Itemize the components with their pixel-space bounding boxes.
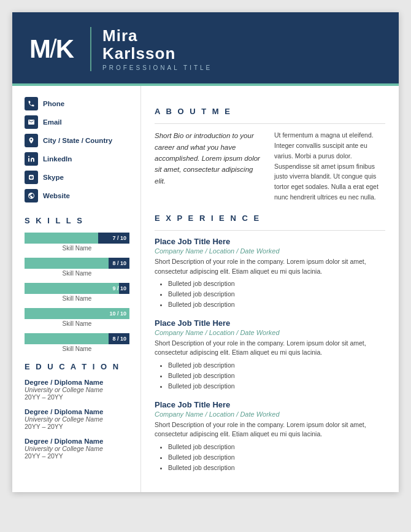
skill-score: 9 / 10 xyxy=(112,285,126,291)
experience-item: Place Job Title Here Company Name / Loca… xyxy=(155,318,385,391)
header-firstname: Mira xyxy=(102,27,212,45)
contact-skype: Skype xyxy=(25,171,129,184)
about-section: A B O U T M E Short Bio or introduction … xyxy=(155,107,385,202)
skill-bar-fill xyxy=(25,283,119,294)
header: M/K Mira Karlsson PROFESSIONAL TITLE xyxy=(12,12,399,83)
exp-description: Short Description of your role in the co… xyxy=(155,257,385,277)
skill-name: Skill Name xyxy=(25,345,129,352)
experience-item: Place Job Title Here Company Name / Loca… xyxy=(155,400,385,473)
company-info: Company Name / Location / Date Worked xyxy=(155,247,385,255)
linkedin-icon xyxy=(28,155,35,163)
logo-initials: M/K xyxy=(29,36,73,62)
bullet-item: Bulleted job description xyxy=(168,279,385,289)
phone-icon-box xyxy=(25,97,38,110)
edu-degree: Degree / Diploma Name xyxy=(25,408,129,415)
edu-school: University or College Name xyxy=(25,415,129,423)
main-content: Phone Email City / State / Country xyxy=(12,86,399,492)
contact-location: City / State / Country xyxy=(25,134,129,147)
bullet-item: Bulleted job description xyxy=(168,381,385,391)
phone-label: Phone xyxy=(43,100,64,107)
right-column: A B O U T M E Short Bio or introduction … xyxy=(141,86,399,492)
logo-box: M/K xyxy=(29,36,73,62)
first-name: Mira xyxy=(102,26,137,45)
email-icon xyxy=(28,118,35,126)
phone-icon xyxy=(28,100,35,107)
experience-list: Place Job Title Here Company Name / Loca… xyxy=(155,237,385,473)
edu-school: University or College Name xyxy=(25,386,129,393)
skill-name: Skill Name xyxy=(25,245,129,252)
skype-icon xyxy=(28,174,35,181)
bullet-item: Bulleted job description xyxy=(168,452,385,463)
experience-divider xyxy=(155,230,385,231)
website-icon-box xyxy=(25,189,38,202)
job-title: Place Job Title Here xyxy=(155,237,385,246)
last-name: Karlsson xyxy=(102,44,175,63)
email-label: Email xyxy=(43,118,62,126)
about-bio: Short Bio or introduction to your career… xyxy=(155,130,266,202)
header-lastname: Karlsson xyxy=(102,45,212,63)
skills-list: 7 / 10 Skill Name 8 / 10 Skill Name 9 / … xyxy=(25,233,129,352)
skill-name: Skill Name xyxy=(25,320,129,327)
skill-score: 10 / 10 xyxy=(109,310,126,317)
exp-description: Short Description of your role in the co… xyxy=(155,339,385,358)
contact-linkedin: LinkedIn xyxy=(25,152,129,166)
skill-item: 9 / 10 Skill Name xyxy=(25,283,129,302)
experience-item: Place Job Title Here Company Name / Loca… xyxy=(155,237,385,310)
bullet-list: Bulleted job descriptionBulleted job des… xyxy=(155,442,385,472)
email-icon-box xyxy=(25,115,38,129)
location-icon xyxy=(28,137,35,144)
skill-score: 8 / 10 xyxy=(112,336,126,342)
bullet-item: Bulleted job description xyxy=(168,360,385,371)
skill-name: Skill Name xyxy=(25,295,129,302)
edu-school: University or College Name xyxy=(25,445,129,452)
linkedin-label: LinkedIn xyxy=(43,155,72,163)
left-column: Phone Email City / State / Country xyxy=(12,86,141,492)
edu-years: 20YY – 20YY xyxy=(25,423,129,430)
skill-bar-fill xyxy=(25,258,109,269)
bullet-item: Bulleted job description xyxy=(168,442,385,452)
bullet-item: Bulleted job description xyxy=(168,299,385,310)
skill-bar-bg: 10 / 10 xyxy=(25,308,129,319)
about-grid: Short Bio or introduction to your career… xyxy=(155,130,385,202)
bullet-item: Bulleted job description xyxy=(168,289,385,299)
skill-name: Skill Name xyxy=(25,270,129,277)
contact-website: Website xyxy=(25,189,129,202)
job-title: Place Job Title Here xyxy=(155,400,385,409)
linkedin-icon-box xyxy=(25,152,38,166)
skype-label: Skype xyxy=(43,174,64,181)
resume-container: M/K Mira Karlsson PROFESSIONAL TITLE xyxy=(12,12,399,492)
skill-bar-fill xyxy=(25,233,98,244)
skill-score: 7 / 10 xyxy=(112,235,126,241)
education-item: Degree / Diploma Name University or Coll… xyxy=(25,438,129,460)
education-section-title: E D U C A T I O N xyxy=(25,362,129,371)
bullet-list: Bulleted job descriptionBulleted job des… xyxy=(155,360,385,391)
header-name-block: Mira Karlsson PROFESSIONAL TITLE xyxy=(90,27,212,71)
contact-section: Phone Email City / State / Country xyxy=(25,97,129,202)
professional-title: PROFESSIONAL TITLE xyxy=(102,64,212,71)
company-info: Company Name / Location / Date Worked xyxy=(155,329,385,336)
website-icon xyxy=(28,192,35,199)
skill-bar-bg: 7 / 10 xyxy=(25,233,129,244)
skills-section-title: S K I L L S xyxy=(25,216,129,225)
svg-point-0 xyxy=(28,156,29,157)
education-list: Degree / Diploma Name University or Coll… xyxy=(25,379,129,460)
edu-degree: Degree / Diploma Name xyxy=(25,379,129,386)
contact-phone: Phone xyxy=(25,97,129,110)
company-info: Company Name / Location / Date Worked xyxy=(155,411,385,418)
skill-bar-bg: 9 / 10 xyxy=(25,283,129,294)
contact-email: Email xyxy=(25,115,129,129)
edu-degree: Degree / Diploma Name xyxy=(25,438,129,445)
skill-score: 8 / 10 xyxy=(112,260,126,266)
skill-item: 7 / 10 Skill Name xyxy=(25,233,129,252)
education-item: Degree / Diploma Name University or Coll… xyxy=(25,379,129,401)
bullet-item: Bulleted job description xyxy=(168,463,385,473)
about-extra: Ut fermentum a magna ut eleifend. Intege… xyxy=(274,130,385,202)
skype-icon-box xyxy=(25,171,38,184)
location-icon-box xyxy=(25,134,38,147)
about-title: A B O U T M E xyxy=(155,107,385,116)
bullet-item: Bulleted job description xyxy=(168,371,385,381)
exp-description: Short Description of your role in the co… xyxy=(155,420,385,440)
edu-years: 20YY – 20YY xyxy=(25,452,129,460)
skill-bar-bg: 8 / 10 xyxy=(25,258,129,269)
skill-item: 10 / 10 Skill Name xyxy=(25,308,129,327)
